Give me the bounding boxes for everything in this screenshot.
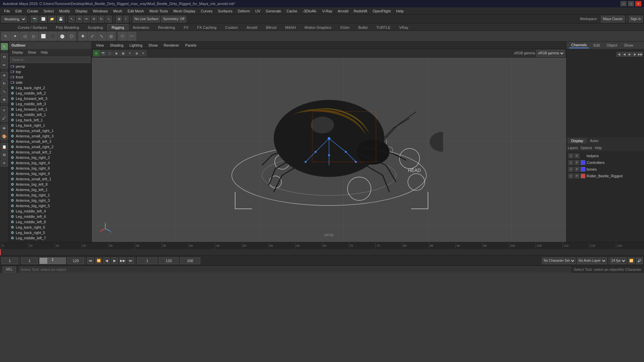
viewport-menu-shading[interactable]: Shading bbox=[107, 43, 126, 48]
layer-p-btn[interactable]: P bbox=[575, 167, 579, 172]
shelf-tab-rigging[interactable]: Rigging bbox=[107, 24, 128, 31]
shelf-tab-fx[interactable]: FX bbox=[179, 24, 193, 31]
shelf-tab-bifrost[interactable]: Bifrost bbox=[262, 24, 281, 31]
outliner-item[interactable]: Leg_back_right_2 bbox=[9, 85, 92, 90]
menu-item-uv[interactable]: UV bbox=[253, 8, 263, 14]
outliner-item[interactable]: Antenna_small_left_2 bbox=[9, 149, 92, 155]
character-set-select[interactable]: No Character Set bbox=[542, 257, 576, 264]
menu-item-edit-mesh[interactable]: Edit Mesh bbox=[125, 8, 147, 14]
vp-cam-icon[interactable]: 📷 bbox=[100, 50, 106, 56]
outliner-item[interactable]: Antenna_small_left_1 bbox=[9, 176, 92, 182]
move-tool[interactable]: ✛ bbox=[1, 72, 8, 79]
menu-item-cache[interactable]: Cache bbox=[284, 8, 300, 14]
outliner-item[interactable]: Leg_middle_left_7 bbox=[9, 235, 92, 241]
shelf-tab-xgen[interactable]: XGen bbox=[336, 24, 354, 31]
outliner-menu-help[interactable]: Help bbox=[39, 50, 50, 55]
soft-select[interactable]: ⌾ bbox=[1, 106, 8, 114]
range-end-input[interactable] bbox=[67, 257, 84, 264]
outliner-item[interactable]: side bbox=[9, 80, 92, 85]
shelf-icon-ctrl[interactable]: ◎ bbox=[107, 32, 115, 41]
outliner-item[interactable]: Antenna_big_right_1 bbox=[9, 192, 92, 198]
scale-tool[interactable]: ⤡ bbox=[1, 88, 8, 95]
outliner-item[interactable]: Leg_back_right_5 bbox=[9, 230, 92, 235]
layer-p-btn[interactable]: P bbox=[575, 154, 579, 158]
snap-grid-btn[interactable]: ⊞ bbox=[116, 16, 122, 22]
show-hide[interactable]: 👁 bbox=[1, 125, 8, 132]
outliner-item[interactable]: Leg_middle_left_2 bbox=[9, 90, 92, 96]
shelf-icon-star[interactable]: ✦ bbox=[11, 32, 19, 41]
viewport-menu-view[interactable]: View bbox=[93, 43, 107, 48]
layer-p-btn[interactable]: P bbox=[575, 174, 579, 178]
tool-settings[interactable]: ⚙ bbox=[1, 151, 8, 159]
layer-color-swatch[interactable] bbox=[581, 167, 585, 172]
viewport-canvas[interactable]: HEAD bbox=[92, 58, 566, 242]
select-tool[interactable]: ↖ bbox=[1, 43, 8, 50]
play-end-btn[interactable]: ⏭ bbox=[127, 257, 134, 264]
menu-item-mesh-tools[interactable]: Mesh Tools bbox=[147, 8, 170, 14]
anim-tab[interactable]: Anim bbox=[587, 138, 602, 143]
outliner-search-input[interactable] bbox=[10, 57, 90, 63]
lasso-tool[interactable]: ⟲ bbox=[1, 53, 8, 61]
vp-tex-icon[interactable]: ▦ bbox=[120, 50, 126, 56]
render[interactable]: 🎨 bbox=[1, 133, 8, 140]
channel-tab-edit[interactable]: Edit bbox=[591, 43, 602, 48]
anim-layer-select[interactable]: No Anim Layer bbox=[577, 257, 607, 264]
layer-nav-btn-2[interactable]: ◀ bbox=[622, 52, 627, 57]
play-forward-btn[interactable]: ▶ bbox=[111, 257, 118, 264]
channel-tab-show[interactable]: Show bbox=[622, 43, 635, 48]
shelf-icon-cyl[interactable]: ⬡ bbox=[67, 32, 76, 41]
outliner-item[interactable]: Antenna_big_right_5 bbox=[9, 203, 92, 208]
shelf-tab-turtle[interactable]: TURTLE bbox=[372, 24, 395, 31]
display-tab[interactable]: Display bbox=[568, 138, 587, 143]
universal-manip[interactable]: ⊕ bbox=[1, 96, 8, 103]
options-btn[interactable]: Options bbox=[581, 146, 592, 150]
outliner-item[interactable]: Leg_middle_left_4 bbox=[9, 208, 92, 214]
channel-tab-channels[interactable]: Channels bbox=[569, 42, 589, 48]
vp-persp-icon[interactable]: ⊞ bbox=[93, 50, 99, 56]
prev-frame-btn[interactable]: ◀ bbox=[103, 257, 110, 264]
outliner-item[interactable]: Antenna_big_right_6 bbox=[9, 166, 92, 171]
menu-item-curves[interactable]: Curves bbox=[198, 8, 215, 14]
toolbar-btn-1[interactable]: 📷 bbox=[31, 16, 38, 22]
outliner-item[interactable]: persp bbox=[9, 64, 92, 69]
layer-v-btn[interactable]: V bbox=[569, 167, 573, 172]
paint-btn[interactable]: ✏ bbox=[84, 16, 90, 22]
menu-item-generate[interactable]: Generate bbox=[263, 8, 284, 14]
viewport-menu-show[interactable]: Show bbox=[146, 43, 161, 48]
scale-btn[interactable]: ⤡ bbox=[106, 16, 112, 22]
timeline-bar[interactable] bbox=[0, 249, 644, 255]
menu-item-display[interactable]: Display bbox=[73, 8, 90, 14]
shelf-icon-plus[interactable]: ➕ bbox=[118, 32, 127, 41]
menu-item-select[interactable]: Select bbox=[41, 8, 57, 14]
lasso-tool-btn[interactable]: ⟲ bbox=[76, 16, 82, 22]
layer-v-btn[interactable]: V bbox=[569, 174, 573, 178]
layer-color-swatch[interactable] bbox=[581, 174, 585, 178]
shelf-icon-minus[interactable]: ➖ bbox=[127, 32, 136, 41]
vp-xray-icon[interactable]: ✕ bbox=[140, 50, 146, 56]
outliner-item[interactable]: Leg_forward_left_1 bbox=[9, 107, 92, 112]
toolbar-btn-2[interactable]: ⬜ bbox=[40, 16, 47, 22]
outliner-item[interactable]: Leg_back_right_1 bbox=[9, 123, 92, 128]
help-btn[interactable]: Help bbox=[595, 146, 602, 150]
menu-item-deform[interactable]: Deform bbox=[235, 8, 253, 14]
outliner-item[interactable]: Antenna_big_left_1 bbox=[9, 187, 92, 192]
outliner-item[interactable]: Leg_middle_left_6 bbox=[9, 214, 92, 219]
outliner-item[interactable]: Leg_middle_left_3 bbox=[9, 101, 92, 107]
snap-curve-btn[interactable]: ⌇ bbox=[123, 16, 128, 22]
layer-nav-btn-4[interactable]: ▶ bbox=[633, 52, 637, 57]
menu-item-v-ray[interactable]: V-Ray bbox=[320, 8, 335, 14]
outliner-item[interactable]: Leg_middle_left_1 bbox=[9, 112, 92, 117]
rotate-tool[interactable]: ↻ bbox=[1, 80, 8, 87]
menu-item-help[interactable]: Help bbox=[393, 8, 407, 14]
shelf-tab-bullet[interactable]: Bullet bbox=[354, 24, 372, 31]
shelf-tab-mash[interactable]: MASH bbox=[281, 24, 300, 31]
shelf-tab-animation[interactable]: Animation bbox=[128, 24, 154, 31]
menu-item-mesh[interactable]: Mesh bbox=[110, 8, 125, 14]
outliner-menu-display[interactable]: Display bbox=[10, 50, 25, 55]
status-input[interactable] bbox=[19, 266, 571, 273]
shelf-icon-ik[interactable]: ⤢ bbox=[88, 32, 97, 41]
vp-light-icon[interactable]: ☀ bbox=[127, 50, 133, 56]
menu-item--3dtoall-[interactable]: -3DtoAll- bbox=[300, 8, 320, 14]
shelf-tab-fx-caching[interactable]: FX Caching bbox=[193, 24, 221, 31]
layer-nav-btn-3[interactable]: ▶ bbox=[627, 52, 632, 57]
